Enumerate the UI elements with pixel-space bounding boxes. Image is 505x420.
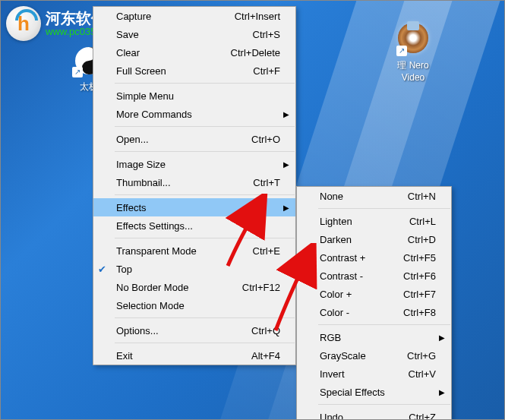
checkmark-icon: ✔ <box>98 264 106 275</box>
menu-item-darken[interactable]: Darken Ctrl+D <box>297 230 451 248</box>
menu-item-options[interactable]: Options... Ctrl+Q <box>93 321 295 339</box>
menu-item-fullscreen[interactable]: Full Screen Ctrl+F <box>93 62 295 80</box>
menu-item-thumbnail[interactable]: Thumbnail... Ctrl+T <box>93 173 295 191</box>
menu-item-grayscale[interactable]: GrayScale Ctrl+G <box>297 346 451 365</box>
menu-item-lighten[interactable]: Lighten Ctrl+L <box>297 212 451 230</box>
menu-item-rgb[interactable]: RGB ▶ <box>297 328 451 346</box>
menu-item-exit[interactable]: Exit Alt+F4 <box>93 346 295 365</box>
menu-separator <box>318 208 450 209</box>
context-menu-effects: None Ctrl+N Lighten Ctrl+L Darken Ctrl+D… <box>296 186 452 420</box>
menu-separator <box>115 317 295 318</box>
menu-item-invert[interactable]: Invert Ctrl+V <box>297 365 451 383</box>
submenu-arrow-icon: ▶ <box>283 204 289 212</box>
menu-item-capture[interactable]: Capture Ctrl+Insert <box>93 7 295 25</box>
menu-item-image-size[interactable]: Image Size ▶ <box>93 155 295 173</box>
menu-item-top[interactable]: ✔ Top <box>93 260 295 278</box>
menu-separator <box>318 404 450 405</box>
menu-separator <box>115 83 295 84</box>
svg-point-2 <box>87 65 91 70</box>
menu-separator <box>318 324 450 325</box>
menu-item-special-effects[interactable]: Special Effects ▶ <box>297 383 451 401</box>
submenu-arrow-icon: ▶ <box>283 160 289 169</box>
menu-item-save[interactable]: Save Ctrl+S <box>93 25 295 43</box>
menu-item-undo[interactable]: Undo Ctrl+Z <box>297 408 451 420</box>
submenu-arrow-icon: ▶ <box>283 110 289 118</box>
submenu-arrow-icon: ▶ <box>439 388 445 396</box>
menu-separator <box>115 194 295 195</box>
logo-icon: h <box>6 6 41 41</box>
desktop-icon-label: 理 Nero Video <box>385 59 441 83</box>
submenu-arrow-icon: ▶ <box>439 333 445 342</box>
menu-item-selection-mode[interactable]: Selection Mode <box>93 296 295 314</box>
menu-item-none[interactable]: None Ctrl+N <box>297 187 451 205</box>
svg-point-1 <box>87 52 91 56</box>
shortcut-arrow-icon: ↗ <box>396 46 407 56</box>
menu-separator <box>115 238 295 238</box>
desktop-shortcut-nero[interactable]: ↗ 理 Nero Video <box>385 23 441 83</box>
menu-item-no-border-mode[interactable]: No Border Mode Ctrl+F12 <box>93 278 295 296</box>
menu-item-more-commands[interactable]: More Commands ▶ <box>93 105 295 123</box>
context-menu-main: Capture Ctrl+Insert Save Ctrl+S Clear Ct… <box>93 6 296 365</box>
menu-item-color-minus[interactable]: Color - Ctrl+F8 <box>297 303 451 321</box>
menu-item-transparent-mode[interactable]: Transparent Mode Ctrl+E <box>93 242 295 260</box>
menu-item-contrast-plus[interactable]: Contrast + Ctrl+F5 <box>297 248 451 267</box>
shortcut-arrow-icon: ↗ <box>72 67 83 77</box>
menu-item-contrast-minus[interactable]: Contrast - Ctrl+F6 <box>297 267 451 285</box>
menu-separator <box>115 126 295 127</box>
menu-separator <box>115 151 295 152</box>
menu-item-effects[interactable]: Effects ▶ <box>93 198 295 216</box>
menu-item-color-plus[interactable]: Color + Ctrl+F7 <box>297 285 451 303</box>
menu-item-clear[interactable]: Clear Ctrl+Delete <box>93 43 295 62</box>
menu-item-effects-settings[interactable]: Effects Settings... <box>93 216 295 235</box>
menu-item-simple-menu[interactable]: Simple Menu <box>93 87 295 105</box>
menu-item-open[interactable]: Open... Ctrl+O <box>93 130 295 148</box>
menu-separator <box>115 343 295 343</box>
